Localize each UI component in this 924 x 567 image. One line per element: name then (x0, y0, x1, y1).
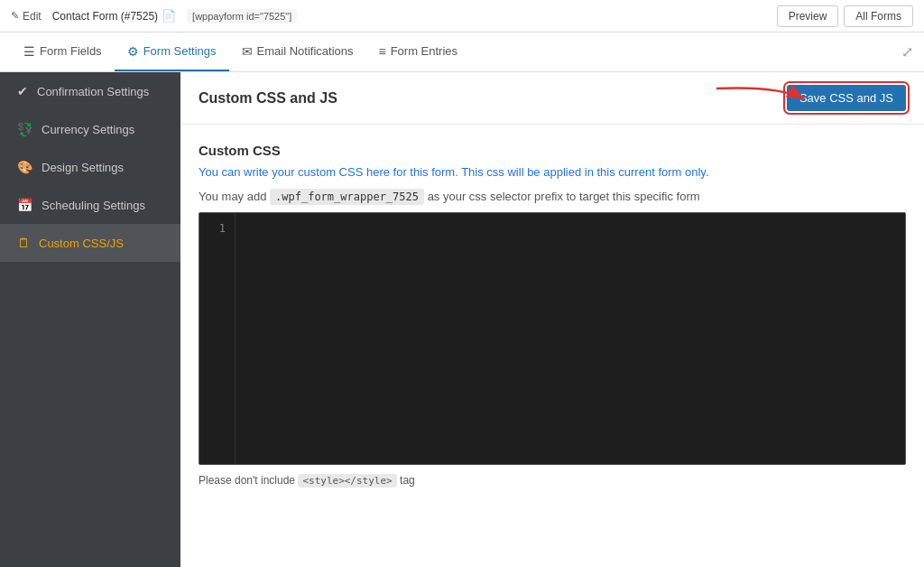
sidebar-custom-css-label: Custom CSS/JS (39, 237, 124, 250)
tab-form-entries[interactable]: ≡ Form Entries (365, 33, 470, 71)
all-forms-button[interactable]: All Forms (844, 5, 913, 27)
line-number-1: 1 (208, 220, 226, 237)
form-fields-icon: ☰ (23, 44, 35, 59)
tab-form-fields[interactable]: ☰ Form Fields (11, 33, 115, 71)
email-notifications-icon: ✉ (242, 44, 253, 59)
shortcode-doc-icon: 📄 (162, 9, 176, 23)
save-css-js-button[interactable]: Save CSS and JS (787, 85, 906, 111)
main-layout: ✔ Confirmation Settings 💱 Currency Setti… (0, 72, 924, 567)
sidebar-item-confirmation-settings[interactable]: ✔ Confirmation Settings (0, 72, 180, 110)
css-textarea[interactable] (236, 213, 905, 464)
custom-css-icon: 🗒 (17, 236, 30, 250)
top-bar-actions: Preview All Forms (777, 5, 913, 27)
shortcode-display: [wppayform id="7525"] (187, 9, 297, 23)
selector-hint-suffix: as your css selector prefix to target th… (428, 190, 700, 203)
css-section-description: You can write your custom CSS here for t… (199, 165, 906, 179)
footer-note-prefix: Please don't include (199, 474, 295, 487)
sidebar-item-scheduling-settings[interactable]: 📅 Scheduling Settings (0, 186, 180, 224)
sidebar-item-custom-css-js[interactable]: 🗒 Custom CSS/JS (0, 224, 180, 262)
tab-email-notifications-label: Email Notifications (257, 44, 354, 58)
tab-form-fields-label: Form Fields (40, 44, 102, 58)
content-header: Custom CSS and JS Save CSS and JS (180, 72, 924, 125)
tab-bar: ☰ Form Fields ⚙ Form Settings ✉ Email No… (0, 33, 924, 72)
page-title: Custom CSS and JS (199, 90, 337, 107)
footer-code-tag: <style></style> (298, 474, 396, 488)
tab-form-settings-label: Form Settings (143, 44, 217, 58)
content-area: Custom CSS and JS Save CSS and JS Custom… (180, 72, 924, 567)
sidebar-item-design-settings[interactable]: 🎨 Design Settings (0, 148, 180, 186)
footer-note-suffix: tag (400, 474, 415, 487)
edit-section: ✎ Edit (11, 10, 42, 23)
tab-email-notifications[interactable]: ✉ Email Notifications (229, 33, 366, 71)
sidebar-confirmation-label: Confirmation Settings (37, 85, 149, 98)
edit-label: Edit (23, 10, 42, 23)
sidebar-item-currency-settings[interactable]: 💱 Currency Settings (0, 110, 180, 148)
scheduling-icon: 📅 (17, 198, 32, 212)
confirmation-icon: ✔ (17, 84, 28, 98)
form-entries-icon: ≡ (378, 44, 385, 59)
tab-form-entries-label: Form Entries (391, 44, 457, 58)
form-settings-icon: ⚙ (127, 44, 139, 59)
sidebar: ✔ Confirmation Settings 💱 Currency Setti… (0, 72, 180, 567)
content-body: Custom CSS You can write your custom CSS… (180, 125, 924, 505)
form-title: Contact Form (#7525) (52, 10, 158, 23)
currency-icon: 💱 (17, 122, 32, 136)
css-code-editor: 1 (199, 212, 906, 465)
sidebar-currency-label: Currency Settings (42, 123, 134, 136)
top-bar: ✎ Edit Contact Form (#7525) 📄 [wppayform… (0, 0, 924, 33)
tab-form-settings[interactable]: ⚙ Form Settings (115, 33, 229, 71)
expand-icon[interactable]: ⤢ (901, 43, 913, 60)
design-icon: 🎨 (17, 160, 32, 174)
selector-code: .wpf_form_wrapper_7525 (270, 189, 424, 205)
line-numbers: 1 (199, 213, 236, 464)
footer-note: Please don't include <style></style> tag (199, 474, 906, 487)
pencil-icon: ✎ (11, 10, 19, 22)
selector-hint-prefix: You may add (199, 190, 266, 203)
preview-button[interactable]: Preview (777, 5, 839, 27)
sidebar-scheduling-label: Scheduling Settings (42, 199, 145, 212)
selector-hint: You may add .wpf_form_wrapper_7525 as yo… (199, 190, 906, 203)
css-section-title: Custom CSS (199, 143, 906, 158)
sidebar-design-label: Design Settings (42, 161, 124, 174)
